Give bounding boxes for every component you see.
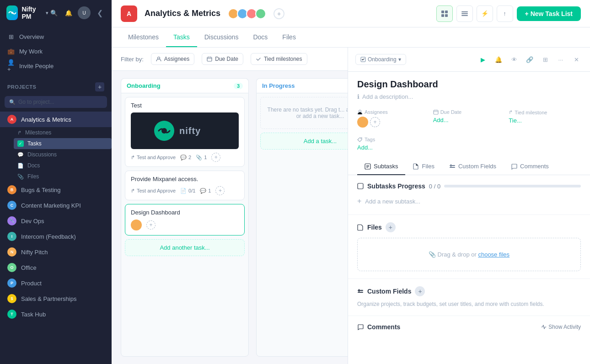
show-activity-button[interactable]: Show Activity bbox=[541, 324, 581, 330]
sidebar-item-pitch[interactable]: N Nifty Pitch bbox=[0, 244, 112, 260]
tab-tasks[interactable]: Tasks bbox=[166, 28, 197, 47]
custom-fields-title: Custom Fields bbox=[367, 288, 411, 295]
tied-milestone-field: ↱ Tied milestone Tie... bbox=[509, 109, 581, 128]
project-dot-sales: $ bbox=[7, 294, 16, 303]
sidebar-item-product[interactable]: P Product bbox=[0, 275, 112, 291]
detail-tab-files[interactable]: Files bbox=[405, 158, 441, 175]
tags-add-button[interactable]: Add... bbox=[357, 144, 581, 151]
sidebar-item-overview[interactable]: ⊞ Overview bbox=[0, 29, 112, 44]
assignees-field: Assignees + bbox=[357, 109, 429, 128]
sidebar-item-docs[interactable]: 📄 Docs bbox=[14, 160, 112, 171]
subtasks-title: Subtasks Progress bbox=[367, 182, 425, 190]
choose-files-link[interactable]: choose files bbox=[478, 251, 510, 258]
user-plus-icon: 👤+ bbox=[7, 62, 15, 70]
detail-description[interactable]: ℹ Add a description... bbox=[348, 93, 590, 106]
project-title: Analytics & Metrics bbox=[145, 9, 220, 18]
add-another-task-button[interactable]: Add another task... bbox=[125, 239, 245, 256]
tab-milestones[interactable]: Milestones bbox=[121, 28, 166, 47]
detail-tab-custom-fields[interactable]: Custom Fields bbox=[442, 158, 504, 175]
tab-docs[interactable]: Docs bbox=[246, 28, 275, 47]
task-card-mixpanel[interactable]: Provide Mixpanel access. ↱ Test and Appr… bbox=[125, 171, 245, 200]
due-date-value[interactable]: Add... bbox=[433, 117, 505, 123]
files-title: Files bbox=[367, 224, 382, 231]
more-icon[interactable]: ··· bbox=[554, 53, 567, 66]
search-icon-small: 🔍 bbox=[9, 99, 16, 105]
search-icon[interactable]: 🔍 bbox=[48, 7, 59, 18]
detail-tab-comments[interactable]: Comments bbox=[504, 158, 556, 175]
sidebar-item-office[interactable]: O Office bbox=[0, 260, 112, 275]
sidebar-icons: 🔍 🔔 U ❮ bbox=[48, 6, 105, 19]
sidebar-item-invite[interactable]: 👤+ Invite People bbox=[0, 59, 112, 73]
link-icon[interactable]: 🔗 bbox=[523, 53, 536, 66]
notification-icon[interactable]: 🔔 bbox=[63, 7, 74, 18]
new-task-list-button[interactable]: + New Task List bbox=[517, 6, 581, 21]
board-columns: Onboarding 3 Test bbox=[112, 71, 348, 364]
lightning-icon[interactable]: ⚡ bbox=[477, 5, 493, 22]
detail-tab-subtasks[interactable]: Subtasks bbox=[357, 158, 405, 175]
upload-icon[interactable]: ↑ bbox=[497, 5, 513, 22]
sidebar-item-content[interactable]: C Content Marketing KPI bbox=[0, 198, 112, 213]
tied-milestone-value[interactable]: Tie... bbox=[509, 117, 581, 124]
add-assignee-button[interactable]: + bbox=[370, 117, 380, 127]
sidebar-item-intercom[interactable]: I Intercom (Feedback) bbox=[0, 229, 112, 244]
assign-button-test[interactable]: + bbox=[211, 153, 220, 162]
member-avatars bbox=[228, 8, 266, 19]
due-date-filter[interactable]: Due Date bbox=[202, 53, 243, 65]
column-in-progress-cards: There are no tasks yet. Drag t... anothe… bbox=[256, 93, 348, 357]
svg-rect-3 bbox=[441, 14, 444, 17]
project-search[interactable]: 🔍 Go to project... bbox=[5, 96, 107, 108]
add-custom-field-button[interactable]: + bbox=[415, 286, 425, 296]
detail-header: Onboarding ▾ ▶ 🔔 👁 🔗 ⊞ ··· ✕ bbox=[348, 48, 590, 72]
add-project-button[interactable]: + bbox=[95, 82, 104, 91]
list-view-button[interactable] bbox=[456, 5, 473, 22]
chat-icon: 💬 bbox=[17, 152, 24, 158]
sidebar-item-my-work[interactable]: 💼 My Work bbox=[0, 44, 112, 59]
svg-point-0 bbox=[11, 12, 13, 14]
drop-zone[interactable]: 📎 Drag & drop or choose files bbox=[357, 238, 581, 271]
add-task-button-inprogress[interactable]: Add a task... bbox=[260, 133, 348, 150]
play-icon[interactable]: ▶ bbox=[477, 53, 489, 66]
assign-button-design[interactable]: + bbox=[146, 220, 156, 230]
task-image-nifty: nifty bbox=[131, 112, 239, 149]
tab-files[interactable]: Files bbox=[275, 28, 303, 47]
assign-button-mixpanel[interactable]: + bbox=[215, 186, 225, 195]
add-subtask-button[interactable]: + Add a new subtask... bbox=[357, 195, 581, 207]
table-icon[interactable]: ⊞ bbox=[539, 53, 552, 66]
comments-title: Comments bbox=[357, 323, 400, 331]
sidebar-item-tasks[interactable]: ✓ Tasks bbox=[14, 138, 112, 149]
user-avatar[interactable]: U bbox=[78, 6, 91, 19]
custom-fields-header: Custom Fields + bbox=[357, 286, 581, 296]
collapse-icon[interactable]: ❮ bbox=[94, 7, 105, 18]
task-card-design-dashboard[interactable]: Design Dashboard + bbox=[125, 204, 245, 236]
close-button[interactable]: ✕ bbox=[570, 53, 583, 66]
task-card-test[interactable]: Test nifty bbox=[125, 97, 245, 167]
project-dot-devops: 🔧 bbox=[7, 216, 16, 225]
svg-rect-20 bbox=[450, 167, 455, 168]
svg-rect-7 bbox=[461, 15, 468, 16]
tab-discussions[interactable]: Discussions bbox=[197, 28, 246, 47]
svg-point-12 bbox=[161, 128, 167, 134]
sidebar-item-taskhub[interactable]: T Task Hub bbox=[0, 306, 112, 322]
task-meta-design: + bbox=[131, 219, 239, 230]
add-member-button[interactable]: + bbox=[274, 8, 284, 19]
sidebar-item-discussions[interactable]: 💬 Discussions bbox=[14, 149, 112, 160]
sidebar-item-analytics[interactable]: A Analytics & Metrics bbox=[0, 112, 112, 127]
tags-section: Tags Add... bbox=[348, 133, 590, 158]
assignees-filter[interactable]: Assignees bbox=[151, 53, 194, 65]
sidebar-item-files[interactable]: 📎 Files bbox=[14, 171, 112, 182]
sidebar-item-milestones[interactable]: ↱ Milestones bbox=[14, 127, 112, 138]
task-detail-panel: Onboarding ▾ ▶ 🔔 👁 🔗 ⊞ ··· ✕ Design Das bbox=[348, 48, 590, 364]
bell-icon[interactable]: 🔔 bbox=[492, 53, 505, 66]
detail-status-button[interactable]: Onboarding ▾ bbox=[355, 54, 406, 65]
sidebar-item-devops[interactable]: 🔧 Dev Ops bbox=[0, 213, 112, 229]
detail-title: Design Dashboard bbox=[357, 79, 581, 90]
sidebar-item-sales[interactable]: $ Sales & Partnerships bbox=[0, 291, 112, 306]
tied-milestones-filter[interactable]: Tied milestones bbox=[251, 53, 307, 65]
grid-view-button[interactable] bbox=[436, 5, 453, 22]
eye-icon[interactable]: 👁 bbox=[508, 53, 520, 66]
add-file-button[interactable]: + bbox=[386, 222, 396, 232]
check-icon: ✓ bbox=[17, 140, 24, 147]
sidebar-item-bugs[interactable]: B Bugs & Testing bbox=[0, 182, 112, 198]
column-onboarding: Onboarding 3 Test bbox=[121, 78, 249, 357]
svg-text:nifty: nifty bbox=[179, 126, 201, 136]
